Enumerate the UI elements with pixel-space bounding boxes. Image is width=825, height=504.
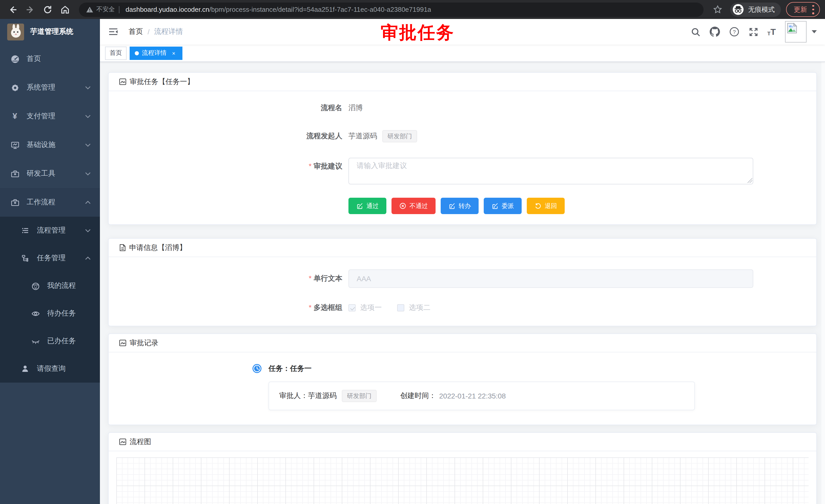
sidebar-item-label: 基础设施 bbox=[27, 140, 85, 150]
sidebar-item-label: 请假查询 bbox=[37, 364, 91, 373]
picture-icon bbox=[119, 78, 127, 86]
incognito-label: 无痕模式 bbox=[748, 5, 775, 14]
yen-icon: ¥ bbox=[10, 112, 19, 120]
checkbox-option-2[interactable]: 选项二 bbox=[397, 303, 431, 313]
url-text: dashboard.yudao.iocoder.cn/bpm/process-i… bbox=[126, 6, 431, 13]
fullscreen-icon[interactable] bbox=[748, 27, 758, 36]
record-detail-card: 审批人： 芋道源码 研发部门 创建时间： 2022-01-21 22:35:08 bbox=[269, 382, 695, 410]
chevron-up-icon bbox=[85, 200, 91, 204]
eye-closed-icon bbox=[31, 337, 40, 345]
toolbox-icon bbox=[10, 169, 19, 178]
card-header: 审批任务【任务一】 bbox=[108, 73, 816, 91]
checkbox-option-1[interactable]: 选项一 bbox=[349, 303, 382, 313]
approver-value: 芋道源码 bbox=[308, 391, 336, 401]
dashboard-icon bbox=[10, 55, 19, 63]
application-info-card: 申请信息【滔博】 *单行文本 *多选框组 选项一 bbox=[108, 238, 817, 326]
workflow-submenu: 流程管理 任务管理 我的流程 bbox=[0, 217, 100, 383]
page-content: 审批任务【任务一】 流程名 滔博 流程发起人 芋道源码 研发部门 bbox=[100, 62, 825, 504]
sidebar-item-label: 任务管理 bbox=[37, 254, 85, 263]
home-icon[interactable] bbox=[57, 2, 73, 17]
text-field-label: *单行文本 bbox=[119, 274, 349, 283]
edit-icon bbox=[448, 202, 456, 209]
chevron-down-icon bbox=[85, 172, 91, 175]
transfer-button[interactable]: 转办 bbox=[441, 198, 478, 214]
user-menu[interactable] bbox=[785, 21, 817, 43]
create-time-value: 2022-01-21 22:35:08 bbox=[439, 392, 506, 400]
sidebar-item-label: 支付管理 bbox=[27, 112, 85, 121]
tab-process-detail[interactable]: 流程详情 × bbox=[130, 47, 182, 60]
picture-icon bbox=[119, 339, 127, 347]
checkbox-group: 选项一 选项二 bbox=[349, 303, 431, 313]
sidebar-item-label: 已办任务 bbox=[47, 337, 91, 346]
warning-icon bbox=[86, 6, 93, 13]
resize-grip[interactable] bbox=[747, 178, 752, 183]
incognito-icon bbox=[732, 4, 744, 15]
back-icon[interactable] bbox=[5, 2, 20, 17]
screen: 不安全 dashboard.yudao.iocoder.cn/bpm/proce… bbox=[0, 0, 825, 504]
bpmn-diagram-canvas[interactable] bbox=[116, 457, 809, 504]
gear-icon bbox=[10, 83, 19, 92]
clock-icon bbox=[252, 364, 262, 373]
bookmark-star-icon[interactable] bbox=[710, 2, 725, 17]
chevron-down-icon bbox=[85, 229, 91, 232]
single-line-input[interactable] bbox=[349, 269, 753, 288]
document-icon bbox=[119, 244, 126, 251]
sidebar-item-devtools[interactable]: 研发工具 bbox=[0, 159, 100, 188]
scrollbar-track[interactable] bbox=[821, 62, 825, 504]
chevron-down-icon bbox=[85, 143, 91, 147]
github-icon[interactable] bbox=[709, 27, 720, 37]
sidebar-item-payment[interactable]: ¥ 支付管理 bbox=[0, 102, 100, 131]
update-button[interactable]: 更新 bbox=[786, 2, 820, 17]
checkbox-group-label: *多选框组 bbox=[119, 303, 349, 313]
return-button[interactable]: 退回 bbox=[527, 198, 565, 214]
close-icon[interactable]: × bbox=[170, 50, 177, 57]
security-label[interactable]: 不安全 bbox=[96, 5, 115, 14]
hamburger-icon[interactable] bbox=[108, 27, 123, 37]
delegate-button[interactable]: 委派 bbox=[484, 198, 522, 214]
card-header: 流程图 bbox=[108, 433, 816, 451]
suggestion-textarea[interactable] bbox=[349, 158, 753, 184]
card-title: 申请信息【滔博】 bbox=[129, 243, 186, 252]
sidebar-item-done-tasks[interactable]: 已办任务 bbox=[0, 327, 100, 355]
font-size-icon[interactable]: TT bbox=[767, 27, 776, 36]
search-icon[interactable] bbox=[690, 27, 700, 36]
sidebar-item-my-process[interactable]: 我的流程 bbox=[0, 272, 100, 300]
reject-button[interactable]: 不通过 bbox=[391, 198, 436, 214]
sidebar-item-task-mgmt[interactable]: 任务管理 bbox=[0, 244, 100, 272]
help-icon[interactable]: ? bbox=[729, 27, 739, 37]
sidebar-item-system[interactable]: 系统管理 bbox=[0, 73, 100, 102]
sidebar-item-todo-tasks[interactable]: 待办任务 bbox=[0, 300, 100, 327]
red-annotation-text: 审批任务 bbox=[381, 21, 454, 45]
breadcrumb-home[interactable]: 首页 bbox=[129, 27, 143, 36]
edit-icon bbox=[356, 202, 363, 209]
sidebar-item-process-mgmt[interactable]: 流程管理 bbox=[0, 217, 100, 244]
checkbox-checked-icon[interactable] bbox=[349, 304, 356, 312]
breadcrumb-separator: / bbox=[148, 28, 150, 36]
divider bbox=[119, 6, 120, 13]
chevron-down-icon bbox=[85, 114, 91, 118]
edit-icon bbox=[492, 202, 499, 209]
eye-open-icon bbox=[31, 309, 40, 318]
chevron-up-icon bbox=[85, 256, 91, 260]
tab-home[interactable]: 首页 bbox=[105, 47, 127, 60]
browser-menu-icon[interactable] bbox=[812, 5, 814, 14]
app-logo-row[interactable]: 芋道管理系统 bbox=[0, 19, 100, 45]
caret-down-icon[interactable] bbox=[812, 30, 817, 33]
reload-icon[interactable] bbox=[40, 2, 55, 17]
svg-text:?: ? bbox=[733, 29, 735, 35]
sidebar-item-home[interactable]: 首页 bbox=[0, 45, 100, 73]
sidebar-item-label: 我的流程 bbox=[47, 281, 91, 290]
sidebar: 芋道管理系统 首页 系统管理 ¥ 支付管理 bbox=[0, 19, 100, 504]
sidebar-item-infrastructure[interactable]: 基础设施 bbox=[0, 131, 100, 159]
refresh-left-icon bbox=[534, 202, 542, 209]
approve-button[interactable]: 通过 bbox=[349, 198, 386, 214]
checkbox-unchecked-icon[interactable] bbox=[397, 304, 404, 312]
avatar[interactable] bbox=[785, 21, 807, 43]
dept-tag: 研发部门 bbox=[342, 390, 377, 402]
forward-icon[interactable] bbox=[22, 2, 38, 17]
create-time-label: 创建时间： bbox=[400, 391, 436, 401]
update-label[interactable]: 更新 bbox=[794, 5, 807, 14]
url-bar[interactable]: 不安全 dashboard.yudao.iocoder.cn/bpm/proce… bbox=[79, 2, 703, 17]
sidebar-item-leave-query[interactable]: 请假查询 bbox=[0, 355, 100, 383]
sidebar-item-workflow[interactable]: 工作流程 bbox=[0, 188, 100, 217]
